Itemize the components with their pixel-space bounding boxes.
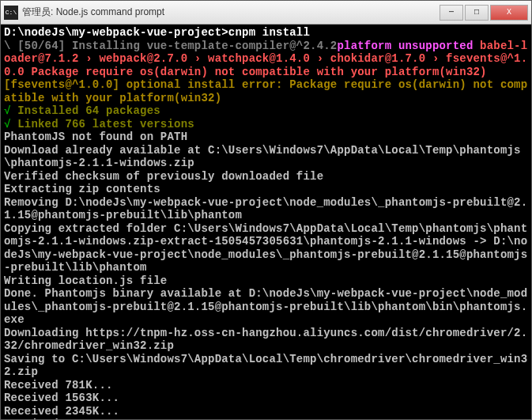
platform-unsupported-label: platform unsupported xyxy=(337,40,473,52)
download-progress: Received 781K... xyxy=(4,379,528,392)
install-progress: \ [50/64] Installing vue-template-compil… xyxy=(4,40,337,52)
output-line: Done. Phantomjs binary available at D:\n… xyxy=(4,287,528,327)
check-icon: √ xyxy=(4,118,11,131)
download-progress: Received 2345K... xyxy=(4,405,528,418)
linked-versions: Linked 766 latest versions xyxy=(11,118,194,131)
download-progress: Received 3127K... xyxy=(4,418,528,419)
prompt-path: D:\nodeJs\my-webpack-vue-project> xyxy=(4,26,228,39)
download-progress: Received 1563K... xyxy=(4,392,528,405)
output-line: Extracting zip contents xyxy=(4,183,528,196)
output-line: Removing D:\nodeJs\my-webpack-vue-projec… xyxy=(4,196,528,222)
output-line: Verified checksum of previously download… xyxy=(4,170,528,184)
minimize-button[interactable]: ─ xyxy=(440,5,463,21)
output-line: Downloading https://tnpm-hz.oss-cn-hangz… xyxy=(4,327,528,353)
titlebar[interactable]: C:\ 管理员: Node.js command prompt ─ □ X xyxy=(1,1,531,25)
output-line: Copying extracted folder C:\Users\Window… xyxy=(4,222,528,274)
output-line: Saving to C:\Users\Windows7\AppData\Loca… xyxy=(4,353,528,379)
output-line: Writing location.js file xyxy=(4,274,528,288)
window-title: 管理员: Node.js command prompt xyxy=(22,6,440,19)
app-window: C:\ 管理员: Node.js command prompt ─ □ X D:… xyxy=(0,0,532,420)
maximize-button[interactable]: □ xyxy=(465,5,489,21)
installed-packages: Installed 64 packages xyxy=(11,104,160,117)
cmd-icon: C:\ xyxy=(4,6,18,20)
terminal-content[interactable]: D:\nodeJs\my-webpack-vue-project>cnpm in… xyxy=(1,25,531,419)
command-input: cnpm install xyxy=(228,26,310,39)
window-controls: ─ □ X xyxy=(440,5,528,21)
close-button[interactable]: X xyxy=(490,5,528,21)
output-line: Download already available at C:\Users\W… xyxy=(4,144,528,170)
check-icon: √ xyxy=(4,104,11,117)
output-line: PhantomJS not found on PATH xyxy=(4,131,528,144)
fsevents-error: [fsevents@^1.0.0] optional install error… xyxy=(4,78,528,104)
